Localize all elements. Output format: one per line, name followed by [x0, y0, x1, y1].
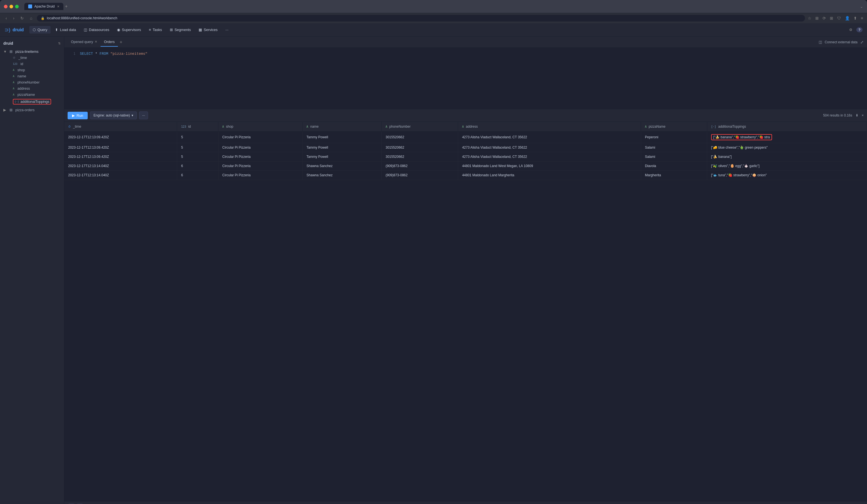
toppings-col-type-icon: [·]	[711, 125, 716, 128]
help-icon[interactable]: ?	[856, 27, 863, 32]
keyword-select: SELECT	[80, 52, 93, 56]
settings-icon[interactable]: ⚙	[849, 28, 853, 32]
connect-external-data-button[interactable]: ◫ Connect external data ⤢	[819, 40, 864, 44]
results-count: 504 results in 0.16s	[823, 114, 852, 117]
lock-icon: 🔒	[41, 17, 45, 20]
line-number-1: 1	[69, 52, 75, 56]
home-button[interactable]: ⌂	[28, 15, 34, 21]
results-summary-area: 504 results in 0.16s ⬇ ×	[823, 114, 864, 117]
col-header-additionalToppings[interactable]: [·] additionalToppings	[707, 122, 867, 131]
cell-address: 44801 Maldonado Land West Megan, LA 1080…	[458, 161, 641, 171]
cell-id: 5	[177, 152, 218, 161]
tree-column-toppings-label: additionalToppings	[20, 100, 50, 104]
nav-item-segments[interactable]: ⊞ Segments	[167, 26, 194, 33]
pagination-bar: ‹ › Showing 41-60 of 504	[64, 501, 867, 504]
nav-item-services-label: Services	[204, 28, 217, 32]
tree-column-id[interactable]: 123 id	[0, 61, 64, 67]
druid-logo-icon: ⊃)	[4, 27, 10, 33]
workbench-collapse-icon[interactable]: ⤢	[860, 40, 864, 44]
close-results-icon[interactable]: ×	[862, 114, 864, 117]
cell-address: 4273 Alisha Viaduct Wallaceland, CT 3562…	[458, 143, 641, 152]
tree-column-phoneNumber[interactable]: A phoneNumber	[0, 79, 64, 85]
col-header-shop[interactable]: A shop	[218, 122, 302, 131]
cell-time: 2023-12-17T12:13:09.420Z	[64, 131, 177, 143]
forward-button[interactable]: ›	[11, 15, 16, 21]
run-button[interactable]: ▶ Run	[67, 112, 88, 119]
col-header-pizza-label: pizzaName	[649, 125, 665, 129]
new-browser-tab-button[interactable]: +	[65, 4, 67, 9]
tree-column-time[interactable]: ⏱ _time	[0, 55, 64, 61]
extensions-icon[interactable]: ⊞	[815, 16, 819, 20]
browser-tab-active[interactable]: Apache Druid ✕	[24, 3, 63, 10]
nav-item-supervisors[interactable]: ◉ Supervisors	[114, 26, 144, 33]
table-name: "pizza-lineitems"	[110, 52, 148, 56]
share-icon[interactable]: ⬆	[854, 16, 857, 20]
engine-selector[interactable]: Engine: auto (sql-native) ▾	[90, 111, 137, 119]
tree-chevron-icon: ▼	[3, 50, 8, 54]
browser-collapse-icon[interactable]: ⌄	[860, 4, 863, 9]
main-layout: druid ⇅ ▼ ⊞ pizza-lineitems ⏱ _time 123	[0, 36, 867, 504]
time-col-type-icon: ⏱	[68, 125, 71, 128]
url-bar[interactable]: 🔒 localhost:8888/unified-console.html#wo…	[37, 15, 805, 22]
keyword-from: FROM	[99, 52, 108, 56]
sidebar: druid ⇅ ▼ ⊞ pizza-lineitems ⏱ _time 123	[0, 36, 64, 504]
cell-id: 6	[177, 161, 218, 171]
menu-icon[interactable]: ≡	[861, 16, 863, 20]
col-header-phoneNumber[interactable]: A phoneNumber	[382, 122, 458, 131]
segments-icon: ⊞	[170, 28, 173, 32]
bookmark-icon[interactable]: ☆	[808, 16, 811, 20]
tree-column-additionalToppings[interactable]: [·] additionalToppings	[0, 98, 64, 106]
grid-icon[interactable]: ⊞	[830, 16, 833, 20]
cell-phone: (909)873-0862	[382, 161, 458, 171]
tab-orders[interactable]: Orders	[100, 38, 118, 47]
col-header-id[interactable]: 123 id	[177, 122, 218, 131]
refresh-button[interactable]: ↻	[19, 15, 25, 21]
sql-editor[interactable]: 1 SELECT * FROM "pizza-lineitems"	[64, 48, 867, 109]
tree-column-name[interactable]: A name	[0, 73, 64, 79]
profile-icon[interactable]: 👤	[845, 16, 850, 20]
shield-icon[interactable]: 🛡	[837, 16, 841, 20]
cell-toppings: ["🍌 banana"]	[707, 152, 867, 161]
tree-datasource-pizza-orders[interactable]: ▶ ⊞ pizza-orders	[0, 107, 64, 113]
table-header-row: ⏱ _time 123 id A shop	[64, 122, 867, 131]
table-row: 2023-12-17T12:13:09.420Z 5 Circular Pi P…	[64, 152, 867, 161]
nav-item-load-data[interactable]: ⬆ Load data	[52, 26, 79, 33]
nav-item-more[interactable]: ···	[222, 26, 232, 33]
shop-type-icon: A	[13, 69, 14, 72]
cell-phone: 3015520662	[382, 152, 458, 161]
maximize-window-button[interactable]	[15, 5, 19, 8]
col-header-shop-label: shop	[226, 125, 233, 129]
close-window-button[interactable]	[4, 5, 8, 8]
browser-titlebar: Apache Druid ✕ + ⌄	[0, 0, 867, 13]
nav-item-query[interactable]: ⬡ Query	[29, 26, 51, 33]
sidebar-collapse-icon[interactable]: ⇅	[58, 42, 61, 45]
nav-item-load-data-label: Load data	[60, 28, 76, 32]
logo: ⊃) druid	[4, 27, 24, 33]
line-code-1[interactable]: SELECT * FROM "pizza-lineitems"	[80, 52, 148, 56]
nav-item-tasks[interactable]: ≡ Tasks	[146, 26, 165, 33]
tree-column-pizzaName[interactable]: A pizzaName	[0, 92, 64, 98]
tree-column-id-label: id	[20, 62, 23, 66]
tree-datasource-pizza-lineitems[interactable]: ▼ ⊞ pizza-lineitems	[0, 48, 64, 55]
nav-item-datasources[interactable]: ◫ Datasources	[81, 26, 113, 33]
col-header-pizzaName[interactable]: A pizzaName	[641, 122, 707, 131]
tab-opened-query[interactable]: Opened query ✕	[67, 38, 100, 47]
back-button[interactable]: ‹	[4, 15, 9, 21]
tree-column-shop[interactable]: A shop	[0, 67, 64, 73]
download-icon[interactable]: ⬇	[856, 114, 858, 117]
cell-shop: Circular Pi Pizzeria	[218, 131, 302, 143]
history-icon[interactable]: ⟳	[823, 16, 826, 20]
tree-column-address[interactable]: A address	[0, 85, 64, 92]
col-header-name[interactable]: A name	[302, 122, 382, 131]
tree-column-shop-label: shop	[17, 68, 25, 72]
more-options-button[interactable]: ···	[139, 111, 148, 119]
browser-tab-close-icon[interactable]: ✕	[57, 5, 60, 8]
minimize-window-button[interactable]	[10, 5, 13, 8]
col-header-address[interactable]: A address	[458, 122, 641, 131]
editor-line-1: 1 SELECT * FROM "pizza-lineitems"	[64, 51, 867, 56]
add-tab-button[interactable]: +	[119, 40, 122, 45]
col-header-time[interactable]: ⏱ _time	[64, 122, 177, 131]
browser-tabs: Apache Druid ✕ +	[24, 3, 857, 10]
tab-opened-query-close-icon[interactable]: ✕	[95, 40, 97, 44]
nav-item-services[interactable]: ▦ Services	[195, 26, 221, 33]
